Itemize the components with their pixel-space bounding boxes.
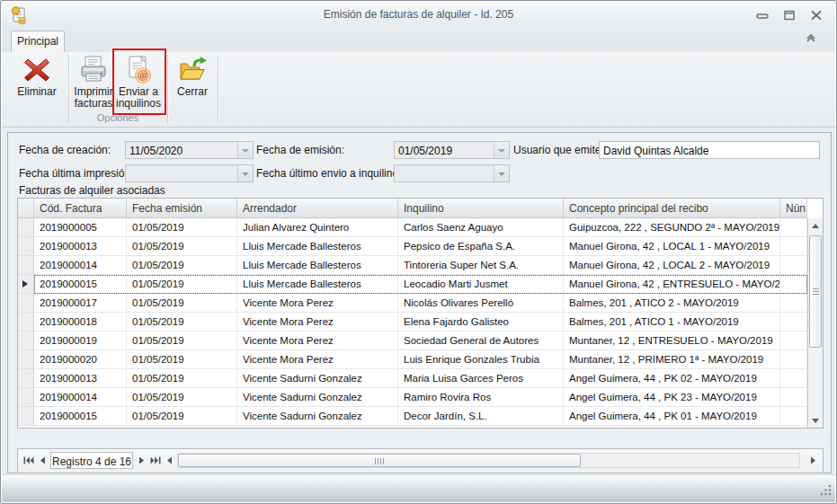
cell[interactable]: 2019000014 xyxy=(34,256,127,275)
table-row[interactable]: 201900001301/05/2019Vicente Sadurni Gonz… xyxy=(18,369,823,388)
cell[interactable]: Manuel Girona, 42 , LOCAL 2 - MAYO/2019 xyxy=(564,256,780,275)
column-header-2[interactable]: Fecha emisión xyxy=(127,199,237,218)
cell[interactable]: Angel Guimera, 44 , PK 01 - MAYO/2019 xyxy=(564,407,780,426)
row-indicator[interactable] xyxy=(18,369,34,388)
cell[interactable]: 01/05/2019 xyxy=(127,275,237,294)
dropdown-button[interactable] xyxy=(494,165,509,181)
fecha-ultima-impresion-field[interactable] xyxy=(125,164,254,182)
table-row[interactable]: 201900001301/05/2019Lluis Mercade Balles… xyxy=(18,237,823,256)
cell[interactable]: Vicente Mora Perez xyxy=(237,313,398,332)
cerrar-button[interactable]: Cerrar xyxy=(171,54,214,115)
cell[interactable]: Guipuzcoa, 222 , SEGUNDO 2ª - MAYO/2019 xyxy=(564,218,780,237)
cell[interactable]: Pepsico de España S.A. xyxy=(398,237,564,256)
cell[interactable]: Vicente Mora Perez xyxy=(237,332,398,350)
fecha-emision-field[interactable]: 01/05/2019 xyxy=(394,141,510,159)
cell[interactable]: Ramiro Rovira Ros xyxy=(398,388,564,407)
cell[interactable]: Angel Guimera, 44 , PK 23 - MAYO/2019 xyxy=(564,388,780,407)
column-header-1[interactable]: Cód. Factura xyxy=(34,199,127,218)
cell[interactable]: Vicente Sadurni Gonzalez xyxy=(237,369,398,388)
cell[interactable]: Vicente Mora Perez xyxy=(237,294,398,313)
dropdown-button[interactable] xyxy=(237,165,253,181)
last-record-button[interactable] xyxy=(148,453,163,468)
cell[interactable]: 2019000015 xyxy=(34,275,127,294)
cell[interactable]: Muntaner, 12 , PRIMERO 1ª - MAYO/2019 xyxy=(564,350,780,369)
row-indicator[interactable] xyxy=(18,218,34,237)
cell[interactable]: 2019000015 xyxy=(34,407,127,426)
next-record-button[interactable] xyxy=(136,453,147,468)
table-row[interactable]: 201900001801/05/2019Vicente Mora PerezEl… xyxy=(18,313,823,332)
first-record-button[interactable] xyxy=(22,453,36,468)
cell[interactable] xyxy=(780,218,807,237)
row-indicator[interactable] xyxy=(18,237,34,256)
cell[interactable]: 2019000020 xyxy=(34,350,127,369)
cell[interactable] xyxy=(780,369,807,388)
table-row[interactable]: 201900000501/05/2019Julian Alvarez Quint… xyxy=(18,218,823,237)
eliminar-button[interactable]: Eliminar xyxy=(9,54,65,115)
row-indicator[interactable] xyxy=(18,313,34,332)
cell[interactable]: 01/05/2019 xyxy=(127,332,237,350)
column-header-5[interactable]: Concepto principal del recibo xyxy=(564,199,780,218)
cell[interactable]: Balmes, 201 , ATICO 2 - MAYO/2019 xyxy=(564,294,780,313)
row-indicator[interactable] xyxy=(18,350,34,369)
cell[interactable]: 01/05/2019 xyxy=(127,218,237,237)
row-indicator[interactable] xyxy=(18,294,34,313)
enviar-a-inquilinos-button[interactable]: Enviar a inquilinos xyxy=(116,54,161,115)
cell[interactable]: Angel Guimera, 44 , PK 02 - MAYO/2019 xyxy=(564,369,780,388)
cell[interactable]: Nicolás Olivares Perelló xyxy=(398,294,564,313)
cell[interactable]: Decor Jardín, S.L. xyxy=(398,407,564,426)
cell[interactable]: 2019000018 xyxy=(34,313,127,332)
cell[interactable] xyxy=(780,256,807,275)
cell[interactable]: 2019000019 xyxy=(34,332,127,350)
cell[interactable] xyxy=(780,294,807,313)
row-indicator[interactable] xyxy=(18,388,34,407)
scroll-down-button[interactable] xyxy=(808,414,823,428)
cell[interactable]: Muntaner, 12 , ENTRESUELO - MAYO/2019 xyxy=(564,332,780,350)
table-row[interactable]: 201900001401/05/2019Lluis Mercade Balles… xyxy=(18,256,823,275)
cell[interactable]: 2019000014 xyxy=(34,388,127,407)
table-row[interactable]: 201900001401/05/2019Vicente Sadurni Gonz… xyxy=(18,388,823,407)
cell[interactable]: 2019000013 xyxy=(34,237,127,256)
horizontal-scrollbar-thumb[interactable] xyxy=(178,454,581,467)
scroll-left-button[interactable] xyxy=(163,453,175,468)
cell[interactable]: Balmes, 201 , ATICO 1 - MAYO/2019 xyxy=(564,313,780,332)
dropdown-button[interactable] xyxy=(237,142,253,158)
row-indicator[interactable] xyxy=(18,332,34,350)
cell[interactable] xyxy=(780,388,807,407)
previous-record-button[interactable] xyxy=(37,453,49,468)
cell[interactable]: Carlos Saenz Aguayo xyxy=(398,218,564,237)
cell[interactable]: Vicente Mora Perez xyxy=(237,350,398,369)
cell[interactable]: 01/05/2019 xyxy=(127,388,237,407)
cell[interactable]: 2019000005 xyxy=(34,218,127,237)
fecha-creacion-field[interactable]: 11/05/2020 xyxy=(125,141,254,159)
close-button[interactable] xyxy=(808,9,824,22)
cell[interactable]: Leocadio Marti Jusmet xyxy=(398,275,564,294)
cell[interactable]: 01/05/2019 xyxy=(127,294,237,313)
minimize-button[interactable] xyxy=(754,9,770,22)
cell[interactable]: Vicente Sadurni Gonzalez xyxy=(237,388,398,407)
cell[interactable] xyxy=(780,313,807,332)
cell[interactable] xyxy=(780,332,807,350)
row-indicator[interactable] xyxy=(18,256,34,275)
cell[interactable]: Julian Alvarez Quintero xyxy=(237,218,398,237)
cell[interactable]: 01/05/2019 xyxy=(127,313,237,332)
cell[interactable]: 01/05/2019 xyxy=(127,407,237,426)
vertical-scrollbar[interactable] xyxy=(807,218,823,428)
cell[interactable]: 01/05/2019 xyxy=(127,237,237,256)
tab-principal[interactable]: Principal xyxy=(11,31,65,52)
cell[interactable] xyxy=(780,407,807,426)
scroll-right-button[interactable] xyxy=(806,453,819,468)
cell[interactable] xyxy=(780,237,807,256)
cell[interactable]: Elena Fajardo Galisteo xyxy=(398,313,564,332)
resize-grip[interactable] xyxy=(819,483,833,500)
restore-button[interactable] xyxy=(781,9,797,22)
column-header-6[interactable]: Nún xyxy=(780,199,807,218)
vertical-scrollbar-thumb[interactable] xyxy=(809,235,822,348)
cell[interactable]: Lluis Mercade Ballesteros xyxy=(237,237,398,256)
title-bar[interactable]: Emisión de facturas de alquiler - Id. 20… xyxy=(2,2,835,27)
scroll-up-button[interactable] xyxy=(808,218,823,232)
horizontal-scrollbar[interactable] xyxy=(177,453,800,468)
table-row[interactable]: 201900001501/05/2019Lluis Mercade Balles… xyxy=(18,275,823,294)
cell[interactable]: 01/05/2019 xyxy=(127,350,237,369)
table-row[interactable]: 201900002001/05/2019Vicente Mora PerezLu… xyxy=(18,350,823,369)
column-header-4[interactable]: Inquilino xyxy=(398,199,564,218)
